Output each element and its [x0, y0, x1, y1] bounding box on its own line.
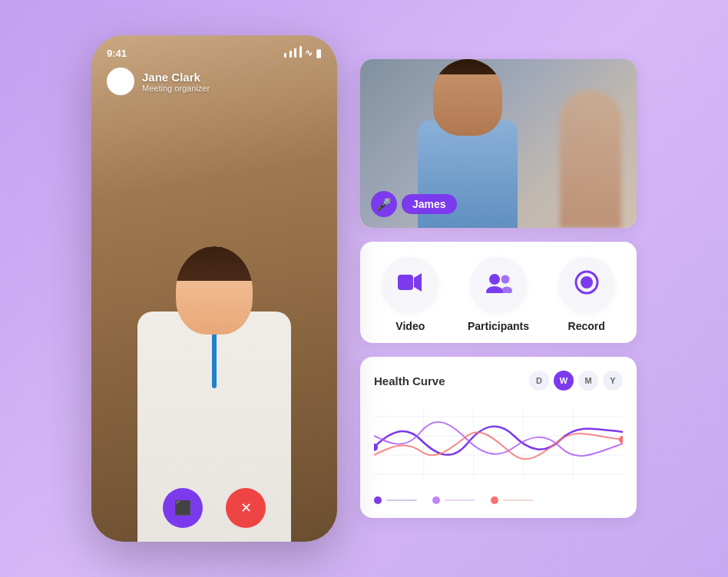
participants-control[interactable]: Participants	[468, 257, 529, 332]
health-card: Health Curve D W M Y	[360, 357, 637, 518]
record-control-icon	[574, 270, 599, 300]
phone-video-icon: ⬛	[174, 500, 191, 516]
battery-icon: ▮	[316, 47, 322, 59]
phone-mockup: 9:41 ∿ ▮ Jane Clark Meeting	[91, 35, 337, 542]
signal-bars	[284, 46, 302, 60]
doctor-hair	[176, 246, 253, 281]
svg-point-7	[581, 276, 593, 288]
participants-control-circle	[471, 257, 526, 312]
legend-line-1	[386, 500, 417, 501]
caller-details: Jane Clark Meeting organizer	[142, 71, 210, 93]
legend-item-3	[491, 496, 534, 504]
caller-name: Jane Clark	[142, 71, 210, 84]
legend-item-2	[432, 496, 475, 504]
svg-point-17	[619, 436, 623, 443]
health-header: Health Curve D W M Y	[374, 371, 623, 391]
record-control[interactable]: Record	[559, 257, 614, 332]
health-chart-title: Health Curve	[374, 374, 445, 387]
chart-legend	[374, 496, 623, 504]
legend-dot-2	[432, 496, 440, 504]
legend-item-1	[374, 496, 417, 504]
filter-week[interactable]: W	[554, 371, 574, 391]
video-control-icon	[398, 272, 422, 298]
video-control-circle	[382, 257, 438, 312]
controls-row: Video Participants	[360, 242, 637, 343]
phone-time: 9:41	[107, 48, 127, 59]
caller-avatar	[107, 68, 134, 95]
man-head	[433, 59, 502, 136]
legend-dot-3	[491, 496, 498, 504]
phone-video-button[interactable]: ⬛	[163, 488, 203, 528]
time-filter-buttons: D W M Y	[529, 371, 623, 391]
phone-caller-info: Jane Clark Meeting organizer	[107, 68, 210, 95]
record-control-label: Record	[568, 320, 605, 332]
svg-point-3	[486, 286, 503, 293]
doctor-head	[176, 246, 253, 335]
main-layout: 9:41 ∿ ▮ Jane Clark Meeting	[76, 20, 652, 557]
wifi-icon: ∿	[305, 48, 313, 58]
participants-control-icon	[485, 272, 512, 298]
participant-name-badge: James	[402, 194, 457, 214]
caller-role: Meeting organizer	[142, 84, 210, 93]
background-person	[560, 90, 621, 228]
video-control[interactable]: Video	[382, 257, 438, 332]
legend-line-3	[503, 500, 534, 501]
phone-bottom-controls: ⬛ ✕	[91, 488, 337, 528]
svg-point-5	[501, 286, 512, 293]
microphone-icon: 🎤	[376, 197, 392, 212]
legend-dot-1	[374, 496, 382, 504]
svg-marker-1	[414, 273, 422, 292]
phone-status-bar: 9:41 ∿ ▮	[107, 46, 322, 60]
phone-screen: 9:41 ∿ ▮ Jane Clark Meeting	[91, 35, 337, 542]
svg-point-4	[501, 275, 509, 283]
legend-line-2	[445, 500, 475, 501]
signal-icons: ∿ ▮	[284, 46, 322, 60]
phone-end-call-button[interactable]: ✕	[226, 488, 266, 528]
filter-month[interactable]: M	[578, 371, 598, 391]
participants-control-label: Participants	[468, 320, 529, 332]
record-control-circle	[559, 257, 614, 312]
filter-day[interactable]: D	[529, 371, 549, 391]
right-panel: 🎤 James Video	[360, 59, 637, 518]
health-chart-svg	[374, 401, 623, 486]
svg-point-2	[489, 274, 500, 285]
filter-year[interactable]: Y	[603, 371, 623, 391]
man-hair	[433, 59, 502, 74]
svg-rect-0	[398, 275, 413, 290]
video-control-label: Video	[395, 320, 425, 332]
phone-end-icon: ✕	[240, 500, 252, 516]
video-badge-container: 🎤 James	[371, 191, 457, 217]
video-card: 🎤 James	[360, 59, 637, 228]
microphone-button[interactable]: 🎤	[371, 191, 397, 217]
